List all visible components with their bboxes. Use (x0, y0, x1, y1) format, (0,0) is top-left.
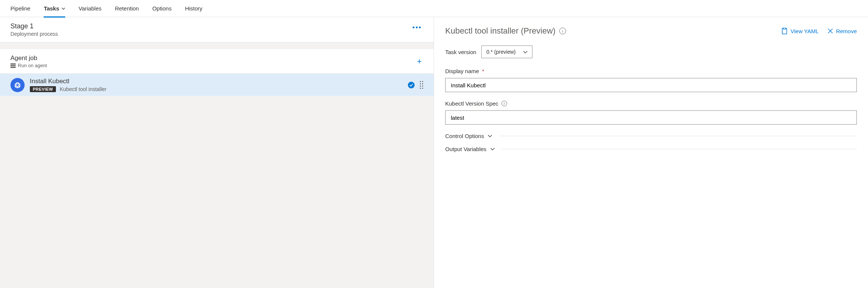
task-title: Install Kubectl (30, 78, 403, 85)
task-subtitle-row: PREVIEW Kubectl tool installer (30, 86, 403, 92)
tab-tasks[interactable]: Tasks (44, 0, 65, 17)
tab-history[interactable]: History (185, 0, 202, 17)
chevron-down-icon (490, 148, 495, 150)
display-name-label: Display name (445, 68, 479, 74)
tab-pipeline[interactable]: Pipeline (10, 0, 30, 17)
task-row-install-kubectl[interactable]: Install Kubectl PREVIEW Kubectl tool ins… (0, 74, 434, 96)
more-button[interactable]: ••• (411, 22, 423, 33)
agent-job-title: Agent job (10, 54, 47, 62)
add-task-button[interactable]: + (415, 55, 423, 68)
task-subtitle: Kubectl tool installer (60, 86, 106, 92)
output-variables-label: Output Variables (445, 146, 487, 152)
close-icon (828, 28, 833, 34)
details-actions: View YAML Remove (781, 28, 857, 34)
display-name-label-row: Display name * (445, 68, 857, 74)
details-title: Kubectl tool installer (Preview) i (445, 26, 566, 36)
check-icon (408, 82, 415, 88)
version-spec-input[interactable] (445, 110, 857, 125)
details-header: Kubectl tool installer (Preview) i View … (445, 26, 857, 36)
version-spec-label: Kubectl Version Spec (445, 100, 499, 107)
tab-tasks-label: Tasks (44, 5, 59, 12)
remove-button[interactable]: Remove (828, 28, 857, 34)
right-panel: Kubectl tool installer (Preview) i View … (434, 17, 868, 288)
display-name-input[interactable] (445, 78, 857, 92)
agent-job-info: Agent job Run on agent (10, 54, 47, 68)
task-version-value: 0.* (preview) (486, 49, 516, 55)
agent-job-subtitle: Run on agent (10, 63, 47, 68)
remove-label: Remove (836, 28, 857, 34)
version-spec-group: Kubectl Version Spec i (445, 100, 857, 125)
preview-badge: PREVIEW (30, 86, 56, 92)
tab-retention[interactable]: Retention (115, 0, 139, 17)
chevron-down-icon (523, 51, 528, 53)
info-icon[interactable]: i (501, 101, 507, 106)
version-spec-label-row: Kubectl Version Spec i (445, 100, 857, 107)
info-icon[interactable]: i (559, 28, 566, 34)
svg-rect-0 (10, 63, 16, 65)
task-info: Install Kubectl PREVIEW Kubectl tool ins… (30, 78, 403, 92)
details-title-text: Kubectl tool installer (Preview) (445, 26, 556, 36)
stage-info: Stage 1 Deployment process (10, 22, 58, 37)
chevron-down-icon (62, 7, 65, 10)
display-name-group: Display name * (445, 68, 857, 92)
stage-subtitle: Deployment process (10, 31, 58, 37)
svg-rect-14 (783, 28, 786, 29)
stage-title: Stage 1 (10, 22, 58, 30)
agent-job-subtitle-text: Run on agent (18, 63, 47, 68)
required-asterisk: * (482, 68, 484, 74)
left-panel: Stage 1 Deployment process ••• Agent job… (0, 17, 434, 288)
task-version-label: Task version (445, 49, 476, 55)
control-options-label: Control Options (445, 133, 484, 139)
main-container: Stage 1 Deployment process ••• Agent job… (0, 17, 868, 288)
svg-rect-2 (10, 67, 16, 68)
view-yaml-button[interactable]: View YAML (781, 28, 819, 34)
svg-rect-1 (10, 65, 16, 66)
kubernetes-icon (10, 78, 25, 92)
stage-header[interactable]: Stage 1 Deployment process ••• (0, 17, 434, 43)
clipboard-icon (781, 28, 787, 34)
control-options-section[interactable]: Control Options (445, 133, 857, 139)
chevron-down-icon (488, 135, 492, 137)
agent-job-row[interactable]: Agent job Run on agent + (0, 49, 434, 74)
output-variables-section[interactable]: Output Variables (445, 146, 857, 152)
server-icon (10, 63, 16, 68)
task-version-select[interactable]: 0.* (preview) (481, 46, 532, 58)
drag-handle[interactable] (420, 81, 423, 89)
task-version-row: Task version 0.* (preview) (445, 46, 857, 58)
task-actions (408, 81, 423, 89)
tabs-bar: Pipeline Tasks Variables Retention Optio… (0, 0, 868, 17)
tab-variables[interactable]: Variables (79, 0, 101, 17)
tab-options[interactable]: Options (152, 0, 172, 17)
view-yaml-label: View YAML (790, 28, 819, 34)
